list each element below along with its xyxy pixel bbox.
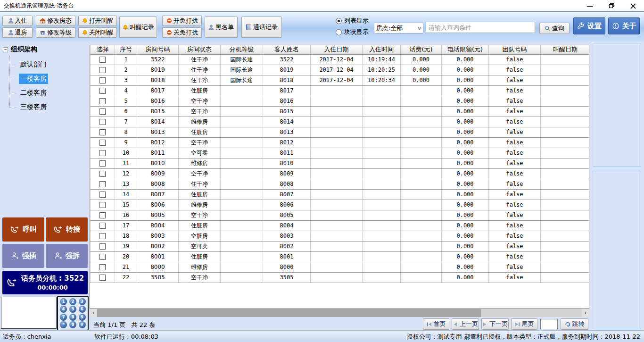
table-row[interactable]: 118010维修房80100.000false — [91, 158, 590, 168]
call-button[interactable]: 呼叫 — [2, 217, 44, 242]
table-row[interactable]: 138008住干净80080.000false — [91, 179, 590, 189]
table-row[interactable]: 178004住脏房80040.000false — [91, 220, 590, 231]
modify-room-status-button[interactable]: 修改房态 — [36, 16, 75, 26]
row-checkbox[interactable] — [99, 150, 106, 156]
table-row[interactable]: 98012空干净80120.000false — [91, 137, 590, 148]
column-header[interactable]: 房间号码 — [137, 45, 179, 54]
row-checkbox[interactable] — [99, 77, 106, 83]
column-header[interactable]: 分机等级 — [221, 45, 263, 54]
row-checkbox[interactable] — [99, 98, 106, 104]
column-header[interactable]: 叫醒日期 — [541, 45, 590, 54]
sidebar-item-floor3[interactable]: 三楼客房 — [3, 100, 88, 114]
jump-button[interactable]: 跳转 — [561, 318, 588, 330]
row-checkbox[interactable] — [99, 171, 106, 177]
tree-root[interactable]: − 组织架构 — [3, 44, 88, 55]
scrollbar-thumb[interactable] — [97, 309, 481, 317]
row-checkbox[interactable] — [99, 181, 106, 187]
restore-button[interactable] — [601, 0, 622, 11]
row-checkbox[interactable] — [99, 223, 106, 229]
row-checkbox[interactable] — [99, 129, 106, 135]
column-header[interactable]: 选择 — [91, 45, 115, 54]
first-page-button[interactable]: 首页 — [423, 318, 449, 330]
jump-page-input[interactable] — [540, 319, 558, 329]
dialpad-key-#[interactable]: # — [79, 321, 86, 328]
row-checkbox[interactable] — [99, 160, 106, 167]
row-checkbox[interactable] — [99, 264, 106, 270]
row-checkbox[interactable] — [99, 212, 106, 218]
collapse-icon[interactable]: − — [3, 47, 8, 52]
table-row[interactable]: 38018住干净国际长途80182017-12-0410:20:340.0000… — [91, 75, 590, 85]
table-row[interactable]: 128009空干净80090.000false — [91, 168, 590, 179]
prev-page-button[interactable]: 上一页 — [452, 318, 479, 330]
dialpad-key-5[interactable]: 5 — [69, 306, 76, 313]
table-row[interactable]: 48017住脏房80170.000false — [91, 85, 590, 96]
table-row[interactable]: 108011空可卖80110.000false — [91, 148, 590, 158]
sidebar-item-default-dept[interactable]: 默认部门 — [3, 58, 88, 72]
column-header[interactable]: 客人姓名 — [263, 45, 311, 54]
barge-in-button[interactable]: 强插 — [2, 244, 44, 268]
close-wakeup-button[interactable]: 关闭叫醒 — [78, 27, 117, 38]
table-row[interactable]: 68015空干净80150.000false — [91, 106, 590, 117]
column-header[interactable]: 话费(元) — [401, 45, 442, 54]
dial-display[interactable] — [1, 297, 57, 329]
dnd-off-button[interactable]: 关免打扰 — [162, 27, 202, 38]
table-row[interactable]: 148007住脏房80070.000false — [91, 189, 590, 200]
row-checkbox[interactable] — [99, 202, 106, 208]
row-checkbox[interactable] — [99, 275, 106, 281]
search-input[interactable] — [426, 22, 535, 33]
table-row[interactable]: 88013住脏房80130.000false — [91, 127, 590, 137]
minimize-button[interactable]: — — [579, 0, 601, 11]
blacklist-button[interactable]: 黑名单 — [205, 17, 238, 38]
checkin-button[interactable]: 入住 — [2, 16, 33, 26]
column-header[interactable]: 电话限额(元) — [442, 45, 489, 54]
row-checkbox[interactable] — [99, 243, 106, 250]
sidebar-item-floor1[interactable]: 一楼客房 — [3, 72, 88, 86]
dialpad-key-9[interactable]: 9 — [79, 314, 86, 321]
row-checkbox[interactable] — [99, 233, 106, 239]
table-row[interactable]: 208001住脏房80010.000false — [91, 251, 590, 262]
query-button[interactable]: 查询 — [539, 23, 570, 34]
dialpad-key-8[interactable]: 8 — [69, 314, 76, 321]
about-button[interactable]: 关于 — [608, 17, 640, 34]
column-header[interactable]: 入住时间 — [363, 45, 401, 54]
wakeup-records-button[interactable]: 叫醒记录 — [119, 17, 157, 38]
call-records-button[interactable]: 通话记录 — [241, 17, 282, 38]
row-checkbox[interactable] — [99, 88, 106, 94]
table-row[interactable]: 223505空干净35050.000false — [91, 272, 590, 283]
table-row[interactable]: 218000维修房80000.000false — [91, 262, 590, 272]
table-row[interactable]: 198002空可卖80020.000false — [91, 241, 590, 251]
table-row[interactable]: 13522住干净国际长途35222017-12-0410:19:440.0000… — [91, 54, 590, 65]
column-header[interactable]: 入住日期 — [311, 45, 363, 54]
table-row[interactable]: 58016空干净80160.000false — [91, 96, 590, 106]
view-mode-block[interactable]: 块状显示 — [336, 28, 369, 36]
scroll-right-arrow-icon[interactable]: › — [582, 309, 589, 317]
table-row[interactable]: 168005空干净80050.000false — [91, 210, 590, 220]
close-button[interactable]: × — [622, 0, 644, 11]
row-checkbox[interactable] — [99, 254, 106, 260]
row-checkbox[interactable] — [99, 192, 106, 198]
last-page-button[interactable]: 尾页 — [511, 318, 537, 330]
horizontal-scrollbar[interactable]: ‹ › — [90, 309, 589, 317]
row-checkbox[interactable] — [99, 119, 106, 125]
dialpad-key-0[interactable]: 0 — [69, 321, 76, 328]
dialpad-key-7[interactable]: 7 — [60, 314, 67, 321]
scroll-left-arrow-icon[interactable]: ‹ — [90, 309, 97, 317]
dialpad-key-6[interactable]: 6 — [79, 306, 86, 313]
dialpad-key-1[interactable]: 1 — [60, 298, 67, 305]
column-header[interactable]: 团队号码 — [489, 45, 541, 54]
row-checkbox[interactable] — [99, 67, 106, 73]
room-state-filter-select[interactable]: 房态:全部 ∨ — [374, 23, 423, 33]
checkout-button[interactable]: 退房 — [2, 27, 33, 38]
force-release-button[interactable]: 强拆 — [46, 244, 88, 268]
row-checkbox[interactable] — [99, 108, 106, 115]
table-row[interactable]: 188003空脏房80030.000false — [91, 231, 590, 241]
view-mode-list[interactable]: 列表显示 — [336, 17, 369, 25]
dnd-on-button[interactable]: 开免打扰 — [162, 16, 202, 26]
column-header[interactable]: 房间状态 — [179, 45, 221, 54]
next-page-button[interactable]: 下一页 — [481, 318, 509, 330]
transfer-button[interactable]: 转接 — [46, 217, 88, 242]
settings-button[interactable]: 设置 — [573, 17, 605, 34]
row-checkbox[interactable] — [99, 140, 106, 146]
dialpad-key-2[interactable]: 2 — [69, 298, 76, 305]
open-wakeup-button[interactable]: 打开叫醒 — [78, 16, 117, 26]
